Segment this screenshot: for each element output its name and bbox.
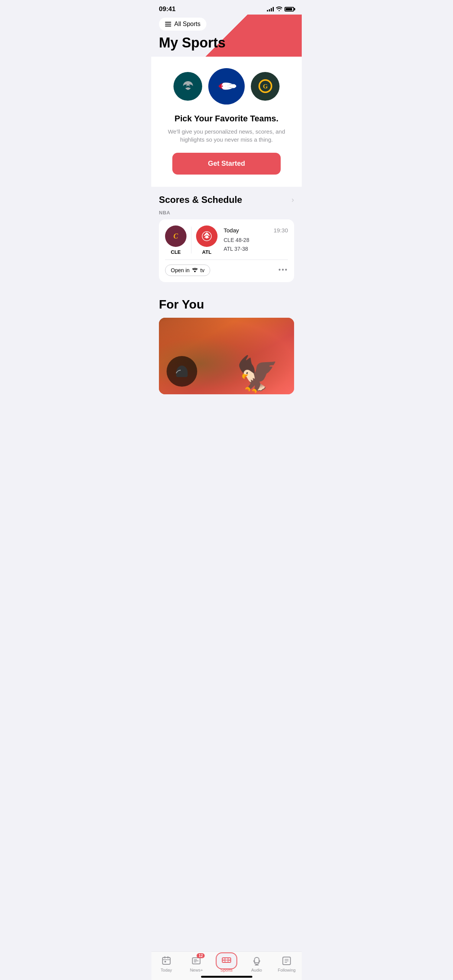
hamburger-icon	[165, 22, 171, 26]
home-record: CLE 48-28	[224, 236, 288, 244]
svg-point-12	[194, 271, 196, 272]
for-you-card[interactable]: 🦅	[159, 318, 294, 394]
bottom-spacer	[151, 394, 302, 433]
helmet-icon	[167, 356, 197, 387]
away-record: ATL 37-38	[224, 245, 288, 253]
open-in-label: Open in	[171, 267, 190, 273]
game-card-inner: C CLE	[165, 225, 288, 255]
game-info: Today 19:30 CLE 48-28 ATL 37-38	[224, 227, 288, 253]
team-logos-row: G	[159, 68, 294, 105]
header: All Sports ••• My Sports	[151, 15, 302, 57]
get-started-button[interactable]: Get Started	[172, 153, 280, 175]
for-you-card-image: 🦅	[159, 318, 294, 394]
game-datetime: Today 19:30	[224, 227, 288, 234]
packers-logo: G	[251, 72, 280, 101]
game-actions: Open in tv •••	[165, 260, 288, 276]
svg-point-2	[230, 84, 236, 88]
scores-title: Scores & Schedule	[159, 194, 242, 205]
all-sports-button[interactable]: All Sports	[159, 18, 206, 31]
scores-chevron-icon[interactable]: ›	[291, 195, 294, 204]
appletv-icon	[192, 268, 198, 273]
game-records: CLE 48-28 ATL 37-38	[224, 236, 288, 253]
battery-icon	[285, 7, 294, 11]
scores-section: Scores & Schedule › NBA C CLE	[151, 187, 302, 282]
for-you-title: For You	[159, 297, 294, 312]
atl-col: ATL	[196, 225, 218, 255]
status-icons	[267, 6, 294, 12]
eagles-col	[173, 72, 202, 101]
cle-col: C CLE	[165, 225, 186, 255]
pick-teams-subtitle: We'll give you personalized news, scores…	[159, 127, 294, 144]
pick-teams-title: Pick Your Favorite Teams.	[159, 114, 294, 124]
teams-divider	[191, 227, 191, 253]
eagles-logo	[173, 72, 202, 101]
svg-text:C: C	[173, 232, 178, 240]
cardinal-bird-icon: 🦅	[236, 354, 279, 394]
pick-teams-section: G Pick Your Favorite Teams. We'll give y…	[151, 57, 302, 187]
bills-col	[208, 68, 245, 105]
league-label: NBA	[159, 210, 294, 216]
svg-text:G: G	[263, 83, 268, 90]
teams-display: C CLE	[165, 225, 218, 255]
svg-point-0	[178, 77, 198, 96]
game-card: C CLE	[159, 219, 294, 282]
status-time: 09:41	[159, 5, 175, 13]
atl-label: ATL	[202, 249, 211, 255]
game-time: 19:30	[273, 227, 288, 234]
packers-col: G	[251, 72, 280, 101]
status-bar: 09:41	[151, 0, 302, 15]
game-more-button[interactable]: •••	[278, 266, 288, 274]
open-appletv-button[interactable]: Open in tv	[165, 265, 210, 276]
for-you-section: For You 🦅	[151, 290, 302, 394]
bills-logo	[208, 68, 245, 105]
scores-header: Scores & Schedule ›	[159, 194, 294, 205]
hawks-logo	[196, 225, 218, 247]
cle-label: CLE	[171, 249, 181, 255]
wifi-icon	[276, 6, 282, 12]
appletv-text: tv	[200, 267, 204, 273]
cavaliers-logo: C	[165, 225, 186, 247]
game-date: Today	[224, 227, 239, 234]
signal-icon	[267, 7, 274, 11]
